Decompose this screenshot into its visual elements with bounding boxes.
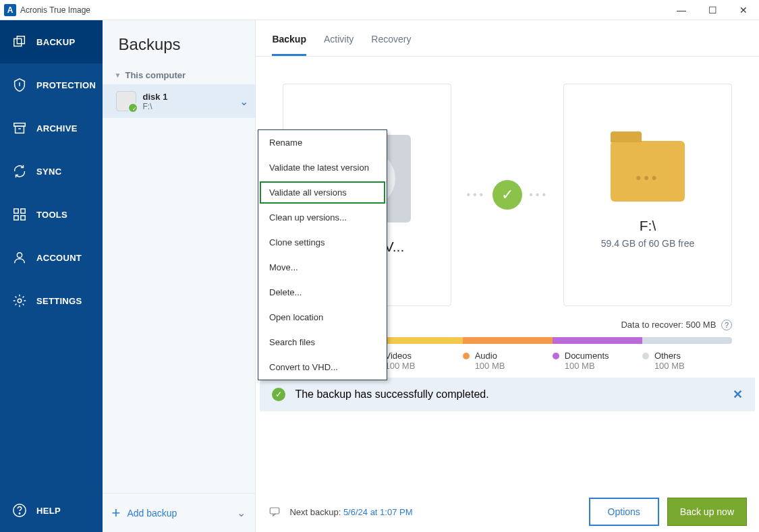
- dest-subtitle: 59.4 GB of 60 GB free: [601, 238, 695, 249]
- help-tooltip-icon[interactable]: ?: [721, 320, 732, 330]
- success-icon: ✓: [272, 388, 285, 401]
- svg-rect-13: [271, 508, 280, 514]
- banner-close-icon[interactable]: ✕: [733, 387, 743, 402]
- sidebar-item-help[interactable]: HELP: [0, 489, 103, 532]
- footer: Next backup: 5/6/24 at 1:07 PM Options B…: [256, 492, 759, 532]
- svg-rect-1: [17, 36, 24, 44]
- menu-delete[interactable]: Delete...: [258, 280, 387, 305]
- close-button[interactable]: ✕: [728, 0, 759, 20]
- sidebar-item-label: SETTINGS: [36, 296, 82, 306]
- sidebar-item-label: HELP: [36, 506, 61, 516]
- menu-convert-vhd[interactable]: Convert to VHD...: [258, 355, 387, 380]
- comment-icon[interactable]: [268, 506, 281, 518]
- svg-rect-7: [14, 216, 18, 220]
- svg-point-9: [17, 253, 22, 258]
- menu-clone-settings[interactable]: Clone settings: [258, 230, 387, 255]
- window-title: Acronis True Image: [20, 5, 90, 15]
- nav-sidebar: BACKUP PROTECTION ARCHIVE SYNC TOOLS ACC…: [0, 20, 103, 532]
- tools-icon: [12, 207, 27, 222]
- sidebar-item-account[interactable]: ACCOUNT: [0, 236, 103, 279]
- svg-rect-3: [16, 126, 24, 133]
- tab-recovery[interactable]: Recovery: [371, 34, 411, 56]
- backup-list-item[interactable]: ✓ disk 1 F:\ ⌄: [103, 84, 256, 118]
- data-to-recover: Data to recover: 500 MB: [621, 320, 716, 330]
- tree-host[interactable]: ▼ This computer: [103, 66, 256, 84]
- destination-card[interactable]: ••• F:\ 59.4 GB of 60 GB free: [563, 84, 732, 306]
- tabs: Backup Activity Recovery: [256, 20, 759, 57]
- gear-icon: [12, 293, 27, 308]
- folder-icon: •••: [611, 141, 685, 202]
- next-backup-label: Next backup:: [289, 507, 343, 517]
- backup-name: disk 1: [143, 92, 168, 102]
- caret-down-icon: ▼: [115, 71, 121, 79]
- sidebar-item-label: SYNC: [36, 167, 61, 177]
- maximize-button[interactable]: ☐: [697, 0, 728, 20]
- dest-title: F:\: [640, 218, 656, 234]
- add-backup-button[interactable]: + Add backup ⌄: [103, 493, 256, 532]
- tab-backup[interactable]: Backup: [272, 34, 306, 56]
- sidebar-item-label: BACKUP: [36, 37, 75, 47]
- account-icon: [12, 250, 27, 265]
- svg-point-12: [19, 513, 20, 514]
- legend-audio: Audio 100 MB: [463, 351, 553, 371]
- backups-panel: Backups ▼ This computer ✓ disk 1 F:\ ⌄ +…: [103, 20, 256, 532]
- menu-validate-all[interactable]: Validate all versions: [258, 180, 387, 205]
- sidebar-item-settings[interactable]: SETTINGS: [0, 279, 103, 322]
- sidebar-item-label: PROTECTION: [36, 80, 96, 90]
- connector: ••• ✓ •••: [466, 180, 549, 210]
- chevron-down-icon[interactable]: ⌄: [240, 95, 248, 108]
- backup-path: F:\: [143, 102, 168, 111]
- success-banner: ✓ The backup has successfully completed.…: [260, 378, 755, 411]
- check-circle-icon: ✓: [493, 180, 522, 210]
- legend-others: Others 100 MB: [642, 351, 732, 371]
- host-label: This computer: [125, 70, 186, 80]
- sidebar-item-archive[interactable]: ARCHIVE: [0, 107, 103, 150]
- legend-documents: Documents 100 MB: [553, 351, 642, 371]
- svg-point-10: [18, 299, 22, 303]
- dots-icon: •••: [529, 189, 549, 201]
- plus-icon: +: [112, 504, 121, 522]
- menu-rename[interactable]: Rename: [258, 130, 387, 155]
- sidebar-item-protection[interactable]: PROTECTION: [0, 63, 103, 107]
- sidebar-item-tools[interactable]: TOOLS: [0, 193, 103, 236]
- minimize-button[interactable]: —: [666, 0, 697, 20]
- sidebar-item-label: ARCHIVE: [36, 123, 78, 134]
- title-bar: A Acronis True Image — ☐ ✕: [0, 0, 759, 20]
- options-button[interactable]: Options: [589, 498, 659, 526]
- backup-icon: [12, 34, 27, 49]
- sidebar-item-sync[interactable]: SYNC: [0, 150, 103, 193]
- drive-icon: ✓: [116, 91, 136, 111]
- help-icon: [12, 503, 27, 518]
- shield-icon: [12, 78, 27, 92]
- tab-activity[interactable]: Activity: [324, 34, 354, 56]
- archive-icon: [12, 121, 27, 136]
- sidebar-item-label: TOOLS: [36, 210, 67, 220]
- sidebar-item-label: ACCOUNT: [36, 253, 82, 263]
- svg-rect-6: [21, 209, 25, 213]
- menu-validate-latest[interactable]: Validate the latest version: [258, 155, 387, 180]
- chevron-down-icon[interactable]: ⌄: [237, 506, 246, 519]
- app-icon: A: [4, 4, 16, 16]
- context-menu: Rename Validate the latest version Valid…: [258, 129, 387, 380]
- menu-move[interactable]: Move...: [258, 255, 387, 280]
- svg-rect-8: [21, 216, 25, 220]
- sidebar-item-backup[interactable]: BACKUP: [0, 20, 103, 63]
- svg-rect-5: [14, 209, 18, 213]
- next-backup-time: 5/6/24 at 1:07 PM: [343, 507, 413, 517]
- svg-rect-0: [14, 38, 22, 46]
- sync-icon: [12, 164, 27, 179]
- backup-now-button[interactable]: Back up now: [667, 498, 747, 526]
- dots-icon: •••: [466, 189, 486, 201]
- backups-title: Backups: [103, 20, 256, 66]
- banner-message: The backup has successfully completed.: [295, 388, 488, 401]
- menu-search-files[interactable]: Search files: [258, 330, 387, 355]
- menu-open-location[interactable]: Open location: [258, 305, 387, 330]
- add-backup-label: Add backup: [127, 508, 177, 519]
- menu-clean-up[interactable]: Clean up versions...: [258, 205, 387, 230]
